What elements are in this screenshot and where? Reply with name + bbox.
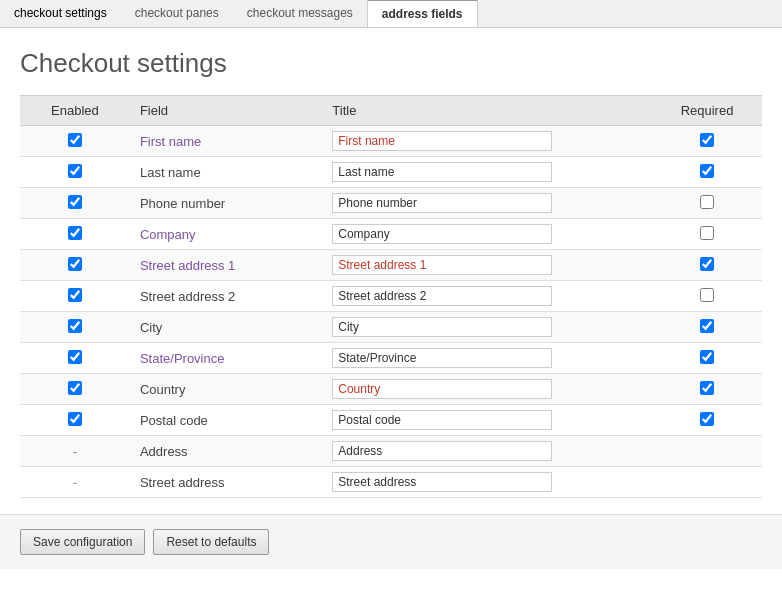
required-cell [652, 281, 762, 312]
required-checkbox[interactable] [700, 164, 714, 178]
table-row: Company [20, 219, 762, 250]
title-input[interactable] [332, 131, 552, 151]
title-cell [322, 157, 652, 188]
field-label: Street address 2 [140, 289, 235, 304]
title-cell [322, 343, 652, 374]
field-label: Address [140, 444, 188, 459]
field-label: Country [140, 382, 186, 397]
table-row: Country [20, 374, 762, 405]
title-input[interactable] [332, 410, 552, 430]
enabled-cell [20, 157, 130, 188]
required-checkbox[interactable] [700, 381, 714, 395]
required-checkbox[interactable] [700, 350, 714, 364]
field-cell: Street address 2 [130, 281, 322, 312]
enabled-cell [20, 374, 130, 405]
table-row: State/Province [20, 343, 762, 374]
enabled-checkbox[interactable] [68, 319, 82, 333]
title-cell [322, 219, 652, 250]
required-checkbox[interactable] [700, 133, 714, 147]
field-label: Postal code [140, 413, 208, 428]
table-row: -Street address [20, 467, 762, 498]
required-checkbox[interactable] [700, 226, 714, 240]
required-cell [652, 250, 762, 281]
title-input[interactable] [332, 379, 552, 399]
field-cell: First name [130, 126, 322, 157]
enabled-cell [20, 250, 130, 281]
required-cell [652, 219, 762, 250]
nav-item-checkout-messages[interactable]: checkout messages [233, 0, 367, 27]
enabled-checkbox[interactable] [68, 133, 82, 147]
nav-item-checkout-settings[interactable]: checkout settings [0, 0, 121, 27]
table-row: First name [20, 126, 762, 157]
enabled-checkbox[interactable] [68, 257, 82, 271]
title-input[interactable] [332, 193, 552, 213]
field-cell: Address [130, 436, 322, 467]
table-body: First nameLast namePhone numberCompanySt… [20, 126, 762, 498]
field-label: Phone number [140, 196, 225, 211]
title-input[interactable] [332, 441, 552, 461]
header-enabled: Enabled [20, 96, 130, 126]
field-cell: Postal code [130, 405, 322, 436]
table-row: City [20, 312, 762, 343]
title-input[interactable] [332, 162, 552, 182]
required-cell [652, 157, 762, 188]
header-required: Required [652, 96, 762, 126]
required-cell [652, 405, 762, 436]
enabled-checkbox[interactable] [68, 412, 82, 426]
table-row: Last name [20, 157, 762, 188]
field-label: Last name [140, 165, 201, 180]
enabled-checkbox[interactable] [68, 288, 82, 302]
page-content: Checkout settings Enabled Field Title Re… [0, 28, 782, 508]
enabled-checkbox[interactable] [68, 381, 82, 395]
title-input[interactable] [332, 348, 552, 368]
table-row: Postal code [20, 405, 762, 436]
field-cell: City [130, 312, 322, 343]
table-row: Street address 2 [20, 281, 762, 312]
table-row: -Address [20, 436, 762, 467]
header-field: Field [130, 96, 322, 126]
enabled-checkbox[interactable] [68, 350, 82, 364]
enabled-cell [20, 126, 130, 157]
field-label: First name [140, 134, 201, 149]
reset-button[interactable]: Reset to defaults [153, 529, 269, 555]
required-cell [652, 188, 762, 219]
field-label: City [140, 320, 162, 335]
field-label: Street address [140, 475, 225, 490]
required-checkbox[interactable] [700, 257, 714, 271]
title-input[interactable] [332, 224, 552, 244]
required-cell [652, 343, 762, 374]
button-row: Save configuration Reset to defaults [0, 514, 782, 569]
save-button[interactable]: Save configuration [20, 529, 145, 555]
enabled-cell [20, 405, 130, 436]
nav-item-address-fields[interactable]: address fields [367, 0, 478, 27]
required-checkbox[interactable] [700, 319, 714, 333]
title-cell [322, 126, 652, 157]
dash-indicator: - [73, 444, 77, 459]
nav-item-checkout-panes[interactable]: checkout panes [121, 0, 233, 27]
enabled-checkbox[interactable] [68, 195, 82, 209]
field-label: Street address 1 [140, 258, 235, 273]
title-input[interactable] [332, 255, 552, 275]
title-cell [322, 188, 652, 219]
header-title: Title [322, 96, 652, 126]
title-cell [322, 436, 652, 467]
enabled-cell [20, 281, 130, 312]
required-checkbox[interactable] [700, 195, 714, 209]
title-input[interactable] [332, 317, 552, 337]
dash-indicator: - [73, 475, 77, 490]
required-checkbox[interactable] [700, 288, 714, 302]
enabled-cell [20, 188, 130, 219]
title-input[interactable] [332, 286, 552, 306]
title-cell [322, 405, 652, 436]
title-cell [322, 250, 652, 281]
top-nav: checkout settingscheckout panescheckout … [0, 0, 782, 28]
enabled-checkbox[interactable] [68, 226, 82, 240]
required-checkbox[interactable] [700, 412, 714, 426]
title-input[interactable] [332, 472, 552, 492]
table-header: Enabled Field Title Required [20, 96, 762, 126]
field-cell: State/Province [130, 343, 322, 374]
enabled-cell: - [20, 436, 130, 467]
field-cell: Street address [130, 467, 322, 498]
enabled-checkbox[interactable] [68, 164, 82, 178]
table-row: Phone number [20, 188, 762, 219]
